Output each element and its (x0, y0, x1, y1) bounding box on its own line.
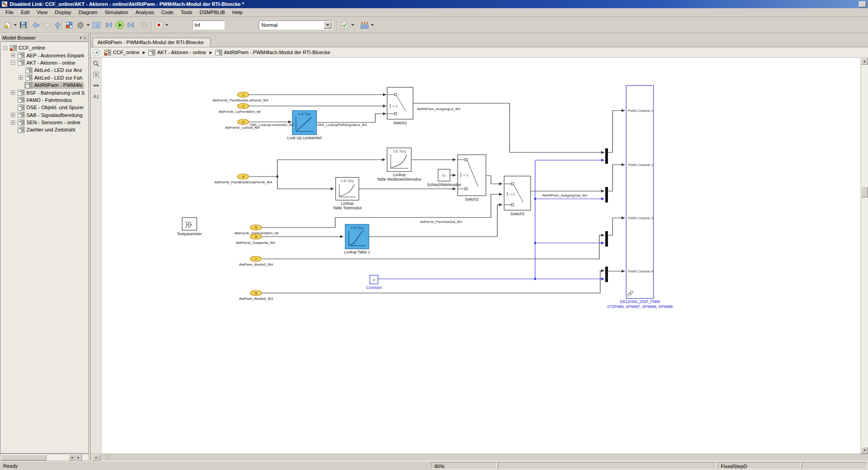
signal-line-selected[interactable] (535, 197, 604, 201)
tree-expander[interactable]: + (11, 121, 15, 125)
forward-button[interactable] (41, 20, 52, 30)
breadcrumb-item[interactable]: AktRtiPwm - PWM4fach-Modul der RTI-Bloec… (215, 50, 330, 56)
block-switch1[interactable]: ~= 0Switch1 (387, 87, 413, 125)
menu-edit[interactable]: Edit (17, 9, 33, 16)
signal-line[interactable] (249, 105, 386, 108)
fit-to-view-icon[interactable] (92, 70, 101, 79)
tree-item-sen[interactable]: +SEN - Sensoren - online (0, 119, 88, 126)
menu-help[interactable]: Help (229, 9, 246, 16)
save-button[interactable] (18, 20, 29, 30)
run-button[interactable] (114, 20, 125, 30)
signal-line-selected[interactable] (535, 242, 604, 245)
step-back-button[interactable] (103, 20, 114, 30)
vscroll-down-arrow[interactable]: ▼ (861, 447, 868, 454)
stop-button[interactable] (139, 20, 150, 30)
signal-line[interactable] (608, 163, 625, 191)
tree-expander[interactable]: − (11, 61, 15, 65)
signal-line[interactable] (317, 112, 386, 122)
back-button[interactable] (30, 20, 41, 30)
block-ds1104sl-dsp-pwm-block[interactable]: PWM Channel 1PWM Channel 2PWM Channel 3P… (607, 86, 673, 309)
new-model-dropdown[interactable] (13, 20, 18, 30)
signal-line[interactable] (411, 158, 456, 162)
diagram-canvas[interactable]: 1AktFernb_PwmBreiteLwFernb_f642AktFernb_… (102, 58, 861, 454)
signal-line[interactable] (486, 176, 502, 185)
mux-bar-1[interactable] (605, 148, 608, 164)
simulation-mode-select[interactable]: Normal (259, 20, 332, 30)
zoom-icon[interactable] (92, 59, 101, 68)
breadcrumb-item[interactable]: AKT - Aktoren - online (148, 50, 206, 56)
menu-dsmpblib[interactable]: DSMPBLIB (196, 9, 229, 16)
mux-bar-4[interactable] (605, 267, 608, 282)
signal-line[interactable] (277, 177, 334, 190)
signal-line[interactable] (249, 93, 386, 96)
signal-line[interactable] (531, 190, 604, 193)
simulation-mode-dropdown[interactable] (324, 21, 332, 29)
block-testparameter-block[interactable]: Testparameter (177, 217, 202, 236)
window-control-button[interactable] (859, 1, 866, 7)
inport-7[interactable]: 7AktPwm_Breite3_f64 (239, 256, 273, 267)
hscroll-thumb[interactable] (1, 455, 46, 460)
build-model-button[interactable] (359, 20, 370, 30)
block-switch3[interactable]: ~= 0Switch3 (504, 176, 531, 216)
gear-dropdown[interactable] (86, 20, 91, 30)
menu-display[interactable]: Display (51, 9, 75, 16)
library-browser-button[interactable] (64, 20, 75, 30)
tree-expander[interactable]: − (3, 46, 7, 50)
tree-item-akt[interactable]: −AKT - Aktoren - online (0, 59, 88, 66)
step-forward-button[interactable] (125, 20, 136, 30)
tree-expander[interactable]: + (11, 91, 15, 95)
hscroll-right-arrow[interactable]: ► (75, 454, 82, 461)
hscroll-left-arrow[interactable]: ◄ (68, 454, 75, 461)
tree-expander[interactable]: + (11, 53, 15, 57)
mux-bar-2[interactable] (605, 187, 608, 202)
tree-expander[interactable]: + (11, 113, 15, 117)
menu-code[interactable]: Code (158, 9, 177, 16)
tree-item-aep[interactable]: +AEP - Autonomes Einpark (0, 51, 88, 59)
tree-item-aktled[interactable]: +AktLed - LED zur Fah (0, 74, 88, 81)
simulation-stop-time-input[interactable] (192, 20, 225, 30)
signal-line[interactable] (450, 174, 456, 177)
block-schleichfahrtmodus-constant[interactable]: -C-Schleichfahrtmodus (427, 169, 461, 187)
model-tab[interactable]: AktRtiPwm - PWM4fach-Modul der RTI-Bloec… (92, 38, 210, 47)
signal-line[interactable] (277, 158, 385, 177)
tree-item-aktrtipwm[interactable]: AktRtiPwm - PWM4fa (0, 81, 88, 89)
record-dropdown[interactable] (164, 20, 169, 30)
vscroll-up-arrow[interactable]: ▲ (861, 58, 868, 65)
block-lookup-table-testmodus[interactable]: 1-D T(u)LookupTable Testmodus (333, 177, 362, 210)
block-switch2[interactable]: ~= 0Switch2 (458, 155, 486, 202)
build-dropdown[interactable] (370, 20, 375, 30)
tree-item-ose[interactable]: OSE - Objekt- und Spurer (0, 104, 88, 111)
menu-analysis[interactable]: Analysis (132, 9, 158, 16)
breadcrumb-collapse-icon[interactable]: ◄ (93, 49, 100, 56)
annotation-icon[interactable]: A (92, 92, 101, 101)
record-button[interactable] (153, 20, 164, 30)
inport-4[interactable]: 4AktFernb_PwmBreiteGasFernb_f64 (214, 174, 272, 184)
vscroll-thumb[interactable] (861, 187, 868, 197)
breadcrumb-item[interactable]: CCF_online (104, 50, 139, 56)
menu-file[interactable]: File (2, 9, 17, 16)
canvas-vscrollbar[interactable]: ▲ ▼ (861, 58, 868, 454)
tree-item-aktled[interactable]: AktLed - LED zur Anz (0, 66, 88, 74)
model-configuration-button[interactable] (91, 20, 102, 30)
block-lookup-table-wettbewerbsmodus[interactable]: 1-D T(u)LookupTable Wettbewerbsmodus (377, 148, 422, 182)
tree-expander[interactable]: + (19, 76, 23, 80)
signal-line[interactable] (608, 270, 625, 273)
menu-simulation[interactable]: Simulation (101, 9, 132, 16)
inport-6[interactable]: 6AktFernb_Gaspedal_f64 (236, 234, 276, 245)
model-settings-gear-button[interactable] (75, 20, 86, 30)
tree-item-ccf_online[interactable]: −CCF_online (0, 44, 88, 51)
hide-browser-button[interactable]: « (92, 455, 100, 461)
update-diagram-dropdown[interactable] (350, 20, 355, 30)
signal-line[interactable] (359, 187, 456, 191)
signal-line[interactable] (263, 234, 604, 259)
tree-item-zaehler[interactable]: Zaehler und Zeitstrahl (0, 126, 88, 133)
block-constant[interactable]: 0Constant (366, 275, 382, 290)
signal-line[interactable] (262, 235, 343, 238)
menu-tools[interactable]: Tools (177, 9, 196, 16)
tree-item-famo[interactable]: FAMO - Fahrtmodus (0, 96, 88, 104)
mux-bar-3[interactable] (605, 231, 608, 247)
inport-8[interactable]: 8AktPwm_Breite4_f64 (239, 290, 273, 301)
model-browser-hscrollbar[interactable]: ◄ ► (0, 454, 89, 461)
inport-1[interactable]: 1AktFernb_PwmBreiteLwFernb_f64 (213, 92, 269, 102)
signal-line[interactable] (608, 217, 625, 235)
